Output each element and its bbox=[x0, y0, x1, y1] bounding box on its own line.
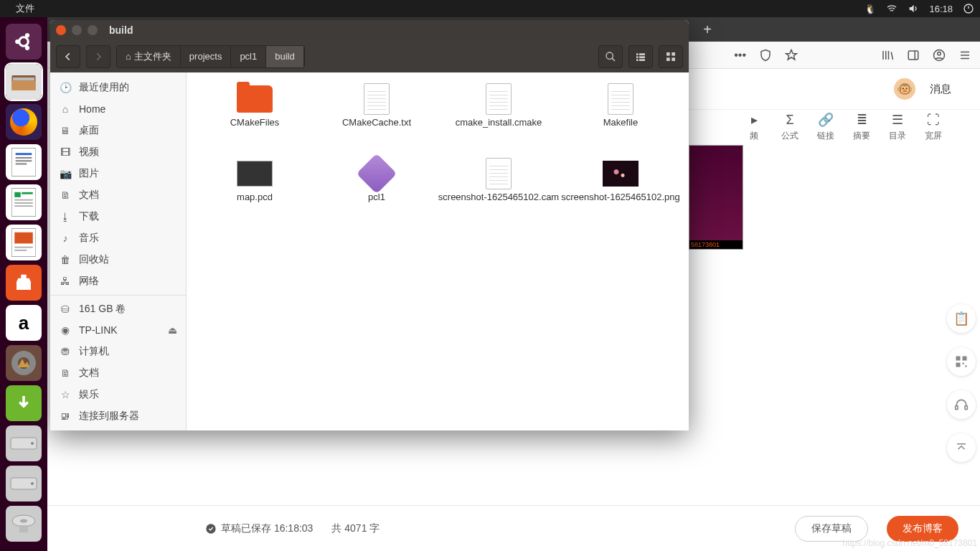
file-manager-window: build ⌂主文件夹 projects pcl1 build 🕑最近使用的 ⌂… bbox=[50, 20, 689, 430]
firefox-icon[interactable] bbox=[6, 104, 42, 140]
place-network[interactable]: 🖧网络 bbox=[50, 270, 186, 292]
folder-icon bbox=[237, 84, 273, 114]
device-entertainment[interactable]: ☆娱乐 bbox=[50, 384, 186, 405]
messages-label[interactable]: 消息 bbox=[930, 83, 951, 96]
tool-widescreen[interactable]: ⛶宽屏 bbox=[915, 110, 951, 144]
device-documents[interactable]: 🗎文档 bbox=[50, 362, 186, 384]
place-music[interactable]: ♪音乐 bbox=[50, 227, 186, 249]
tool-partial[interactable]: ▸频 bbox=[736, 110, 772, 144]
place-desktop[interactable]: 🖥桌面 bbox=[50, 120, 186, 141]
settings-icon[interactable] bbox=[6, 345, 42, 381]
disk2-icon[interactable] bbox=[6, 466, 42, 501]
power-icon[interactable] bbox=[963, 3, 974, 14]
path-home[interactable]: ⌂主文件夹 bbox=[117, 46, 181, 67]
nav-back-button[interactable] bbox=[56, 45, 80, 68]
tool-toc[interactable]: ☰目录 bbox=[880, 110, 915, 144]
dash-icon[interactable] bbox=[6, 24, 42, 60]
device-volume[interactable]: ⛁161 GB 卷 bbox=[50, 295, 186, 319]
hamburger-icon[interactable] bbox=[958, 49, 971, 62]
place-home[interactable]: ⌂Home bbox=[50, 98, 186, 120]
watermark: https://blog.csdn.net/m0_58173801 bbox=[843, 538, 977, 548]
svg-rect-17 bbox=[14, 202, 33, 204]
tool-summary[interactable]: ≣摘要 bbox=[844, 110, 880, 144]
image-thumbnail[interactable]: 58173801 bbox=[689, 145, 743, 250]
text-file-icon bbox=[359, 84, 395, 114]
svg-rect-7 bbox=[12, 81, 36, 91]
sidebar-icon[interactable] bbox=[907, 49, 920, 62]
window-maximize-icon[interactable] bbox=[88, 25, 98, 35]
downloads-icon[interactable] bbox=[6, 385, 42, 421]
headset-tool[interactable] bbox=[947, 390, 976, 419]
search-button[interactable] bbox=[598, 45, 623, 68]
svg-point-33 bbox=[938, 52, 941, 55]
place-documents[interactable]: 🗎文档 bbox=[50, 184, 186, 206]
amazon-icon[interactable]: a bbox=[6, 305, 42, 341]
file-item[interactable]: Makefile bbox=[560, 84, 682, 156]
file-item[interactable]: CMakeCache.txt bbox=[316, 84, 438, 156]
place-recent[interactable]: 🕑最近使用的 bbox=[50, 77, 186, 98]
svg-rect-30 bbox=[19, 525, 28, 532]
places-sidebar: 🕑最近使用的 ⌂Home 🖥桌面 🎞视频 📷图片 🗎文档 ⭳下载 ♪音乐 🗑回收… bbox=[50, 72, 187, 430]
path-bar: ⌂主文件夹 projects pcl1 build bbox=[116, 45, 305, 68]
shield-icon[interactable] bbox=[759, 49, 772, 62]
impress-icon[interactable] bbox=[6, 225, 42, 260]
svg-point-4 bbox=[19, 37, 29, 47]
file-item[interactable]: pcl1 bbox=[316, 159, 438, 230]
svg-rect-21 bbox=[14, 247, 33, 248]
file-grid[interactable]: CMakeFiles CMakeCache.txt cmake_install.… bbox=[187, 72, 689, 430]
tool-link[interactable]: 🔗链接 bbox=[808, 110, 844, 144]
path-seg-2[interactable]: build bbox=[266, 46, 303, 67]
library-icon[interactable] bbox=[881, 49, 894, 62]
nav-forward-button[interactable] bbox=[86, 45, 110, 68]
grid-view-button[interactable] bbox=[659, 45, 683, 68]
qr-tool[interactable] bbox=[947, 347, 976, 376]
clock[interactable]: 16:18 bbox=[929, 4, 953, 14]
eject-icon[interactable]: ⏏ bbox=[168, 324, 177, 336]
file-item[interactable]: CMakeFiles bbox=[194, 84, 316, 156]
calc-icon[interactable] bbox=[6, 184, 42, 220]
place-pictures[interactable]: 📷图片 bbox=[50, 163, 186, 184]
account-icon[interactable] bbox=[933, 49, 946, 62]
text-file-icon bbox=[603, 84, 639, 114]
device-computer[interactable]: ⛃计算机 bbox=[50, 341, 186, 362]
writer-icon[interactable] bbox=[6, 144, 42, 180]
clipboard-tool[interactable]: 📋 bbox=[947, 304, 976, 333]
avatar[interactable]: 🐵 bbox=[894, 78, 915, 100]
list-view-button[interactable] bbox=[628, 45, 653, 68]
device-connect-server[interactable]: 🖳连接到服务器 bbox=[50, 405, 186, 427]
window-titlebar[interactable]: build bbox=[50, 20, 689, 40]
software-center-icon[interactable] bbox=[6, 265, 42, 301]
file-item[interactable]: screenshot-1625465102.cam bbox=[438, 159, 560, 230]
svg-rect-51 bbox=[666, 57, 670, 61]
files-app-icon[interactable] bbox=[6, 64, 42, 100]
scroll-top-tool[interactable] bbox=[947, 433, 976, 462]
window-minimize-icon[interactable] bbox=[72, 25, 82, 35]
device-tplink[interactable]: ◉TP-LINK⏏ bbox=[50, 319, 186, 341]
file-item[interactable]: map.pcd bbox=[194, 159, 316, 230]
meatball-icon[interactable]: ••• bbox=[734, 49, 746, 62]
volume-icon[interactable] bbox=[908, 3, 919, 14]
path-seg-1[interactable]: pcl1 bbox=[231, 46, 266, 67]
place-videos[interactable]: 🎞视频 bbox=[50, 141, 186, 163]
file-item[interactable]: screenshot-1625465102.png bbox=[560, 159, 682, 230]
svg-rect-34 bbox=[956, 357, 961, 361]
tool-formula[interactable]: Σ公式 bbox=[772, 110, 808, 144]
svg-rect-6 bbox=[13, 77, 34, 81]
path-seg-0[interactable]: projects bbox=[181, 46, 232, 67]
star-icon[interactable] bbox=[785, 49, 798, 62]
svg-rect-38 bbox=[965, 365, 966, 367]
place-downloads[interactable]: ⭳下载 bbox=[50, 206, 186, 227]
network-icon[interactable] bbox=[886, 3, 897, 14]
disk1-icon[interactable] bbox=[6, 425, 42, 461]
place-trash[interactable]: 🗑回收站 bbox=[50, 249, 186, 270]
text-file-icon bbox=[481, 84, 517, 114]
disk3-icon[interactable] bbox=[6, 506, 42, 542]
file-item[interactable]: cmake_install.cmake bbox=[438, 84, 560, 156]
window-close-icon[interactable] bbox=[56, 25, 66, 35]
new-tab-button[interactable]: + bbox=[697, 19, 718, 40]
svg-rect-15 bbox=[22, 192, 33, 194]
svg-rect-16 bbox=[14, 199, 33, 201]
svg-rect-10 bbox=[16, 157, 32, 159]
svg-rect-45 bbox=[636, 56, 639, 58]
svg-rect-37 bbox=[963, 363, 964, 364]
